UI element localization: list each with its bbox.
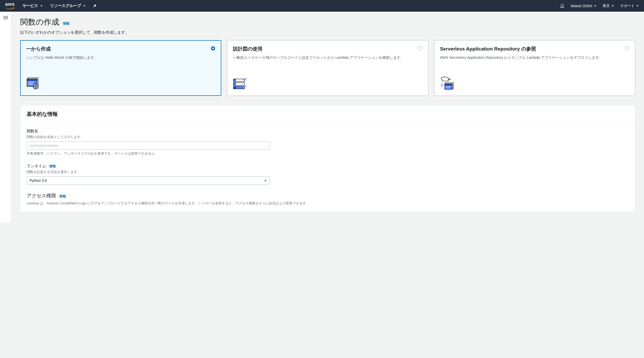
nav-support[interactable]: サポート ▼	[620, 4, 639, 8]
aws-smile-icon	[5, 8, 15, 10]
option-author-from-scratch[interactable]: 一から作成 シンプルな Hello World の例で開始します。	[20, 40, 221, 96]
nav-region[interactable]: 東京 ▼	[603, 4, 614, 8]
function-name-help: 半角英数字、ハイフン、アンダースコアのみを使用でき、スペースは使用できません。	[27, 151, 629, 156]
option-use-blueprint[interactable]: 設計図の使用 一般的ユースケース用のサンプルコードと設定プリセットから Lamb…	[227, 40, 428, 96]
hamburger-icon[interactable]	[3, 15, 8, 19]
svg-rect-2	[27, 79, 37, 81]
function-name-label: 関数名	[27, 129, 629, 134]
nav-user-label: Motoki OISHI	[571, 4, 592, 8]
runtime-info-link[interactable]: 情報	[49, 164, 56, 169]
runtime-selected-value: Python 3.6	[30, 178, 47, 183]
svg-rect-13	[233, 86, 236, 89]
option-desc: AWS Serverless Application Repository から…	[440, 55, 629, 60]
basic-info-panel: 基本的な情報 関数名 関数の目的を名前として入力します。 半角英数字、ハイフン、…	[20, 105, 635, 212]
radio-icon	[418, 46, 422, 50]
permissions-desc: Lambda は、Amazon CloudWatch Logs にログをアップロ…	[27, 201, 629, 206]
nav-notifications[interactable]	[560, 4, 565, 8]
main-content: 関数の作成 情報 以下のいずれかのオプションを選択して、関数を作成します。 一か…	[11, 12, 644, 222]
caret-down-icon: ▼	[611, 4, 614, 7]
option-desc: 一般的ユースケース用のサンプルコードと設定プリセットから Lambda アプリケ…	[233, 55, 422, 60]
caret-down-icon: ▼	[264, 179, 267, 182]
svg-rect-11	[233, 83, 236, 85]
top-nav: aws サービス ▼ リソースグループ ▼ Motoki OISHI ▼	[0, 0, 644, 12]
nav-region-label: 東京	[603, 4, 610, 8]
option-title: Serverless Application Repository の参照	[440, 46, 629, 52]
page-subtitle: 以下のいずれかのオプションを選択して、関数を作成します。	[20, 30, 635, 35]
runtime-select[interactable]: Python 3.6 ▼	[27, 176, 270, 185]
permissions-info-link[interactable]: 情報	[59, 194, 66, 199]
caret-down-icon: ▼	[636, 4, 639, 7]
info-link[interactable]: 情報	[63, 21, 70, 26]
nav-resource-groups-label: リソースグループ	[50, 3, 81, 8]
left-rail	[0, 12, 11, 222]
permissions-group: アクセス権限 情報 Lambda は、Amazon CloudWatch Log…	[27, 192, 629, 206]
function-name-input[interactable]	[27, 141, 270, 150]
nav-support-label: サポート	[620, 4, 635, 8]
radio-icon	[625, 46, 629, 50]
creation-options: 一から作成 シンプルな Hello World の例で開始します。	[20, 40, 635, 96]
aws-logo[interactable]: aws	[5, 2, 15, 10]
panel-title: 基本的な情報	[27, 111, 629, 118]
caret-down-icon: ▼	[594, 4, 596, 7]
caret-down-icon: ▼	[83, 4, 86, 7]
caret-down-icon: ▼	[40, 4, 43, 7]
function-name-hint: 関数の目的を名前として入力します。	[27, 135, 629, 139]
nav-services-label: サービス	[23, 3, 38, 8]
option-title: 一から作成	[26, 46, 215, 52]
serverless-repo-icon	[440, 76, 457, 91]
function-name-group: 関数名 関数の目的を名前として入力します。 半角英数字、ハイフン、アンダースコア…	[27, 129, 629, 156]
svg-rect-9	[233, 79, 236, 82]
runtime-label: ランタイム	[27, 164, 46, 169]
option-desc: シンプルな Hello World の例で開始します。	[26, 55, 215, 60]
scratch-icon	[26, 77, 41, 91]
nav-resource-groups[interactable]: リソースグループ ▼	[50, 3, 86, 8]
nav-pin[interactable]	[93, 4, 97, 8]
nav-user[interactable]: Motoki OISHI ▼	[571, 4, 596, 8]
runtime-hint: 関数を記述する言語を選択します。	[27, 170, 629, 174]
nav-services[interactable]: サービス ▼	[23, 3, 43, 8]
option-title: 設計図の使用	[233, 46, 422, 52]
pin-icon	[93, 4, 97, 8]
bell-icon	[560, 4, 565, 8]
blueprint-icon	[233, 78, 248, 91]
page-title: 関数の作成	[20, 17, 59, 27]
svg-rect-16	[445, 84, 452, 85]
option-serverless-repo[interactable]: Serverless Application Repository の参照 AW…	[434, 40, 635, 96]
permissions-label: アクセス権限	[27, 192, 56, 199]
runtime-group: ランタイム 情報 関数を記述する言語を選択します。 Python 3.6 ▼	[27, 164, 629, 185]
